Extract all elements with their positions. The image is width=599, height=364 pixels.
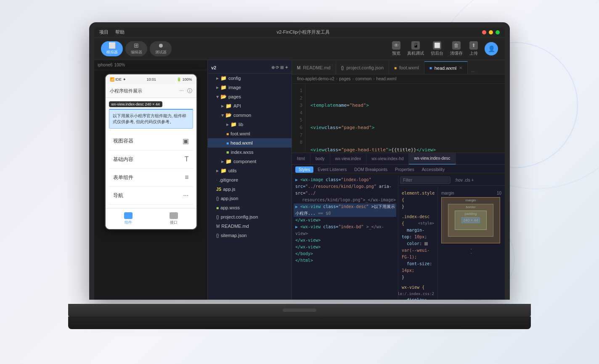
folder-icon-common: 📂 xyxy=(225,112,232,118)
html-attr-class-5: class= xyxy=(323,224,338,229)
file-label-api: API xyxy=(233,103,241,108)
file-item-api[interactable]: ▶ 📁 API xyxy=(208,101,292,111)
elem-tab-wx-view-index-desc[interactable]: wx-view.index-desc xyxy=(409,153,456,165)
file-item-pages[interactable]: ▶ 📂 pages xyxy=(208,92,292,101)
styles-tab-properties[interactable]: Properties xyxy=(392,166,418,173)
tab-project-config[interactable]: {} project.config.json xyxy=(336,61,389,74)
section-label-basic: 基础内容 xyxy=(113,156,133,163)
nav-item-interface[interactable]: 接口 xyxy=(151,212,196,225)
tab-foot-wxml[interactable]: ■ foot.wxml xyxy=(389,61,424,74)
file-item-app-wxss[interactable]: ■ app.wxss xyxy=(208,203,292,212)
elem-tab-wx-view-index-hd[interactable]: wx-view.index-hd xyxy=(366,153,409,165)
breadcrumb-sep-1: › xyxy=(336,76,337,81)
tab-more-button[interactable]: ··· xyxy=(468,69,478,74)
file-item-utils[interactable]: ▶ 📁 utils xyxy=(208,166,292,175)
device-test-button[interactable]: 📱 真机调试 xyxy=(407,41,424,56)
minimize-button[interactable] xyxy=(489,30,493,34)
code-editor[interactable]: 1 2 3 4 5 6 7 8 <templ xyxy=(292,84,505,153)
file-item-lib[interactable]: ▶ 📁 lib xyxy=(208,120,292,129)
html-attr-val-5: "index-bd" xyxy=(338,224,363,229)
file-item-common[interactable]: ▶ 📂 common xyxy=(208,111,292,120)
css-source-wx-view: localfile:/.index.css:2 xyxy=(398,291,434,297)
breadcrumb-root[interactable]: fino-applet-demo-v2 xyxy=(297,76,334,81)
section-nav[interactable]: 导航 ··· xyxy=(109,187,193,205)
section-form[interactable]: 表单组件 ≡ xyxy=(109,169,193,187)
upload-button[interactable]: ⬆ 上传 xyxy=(469,41,478,56)
html-arrow-3[interactable]: ▶ xyxy=(295,204,298,209)
styles-tab-accessibility[interactable]: Accessibility xyxy=(419,166,448,173)
file-item-app-json[interactable]: {} app.json xyxy=(208,194,292,203)
html-line-3[interactable]: ▶ <wx-view class="index-desc" >以下用展示小程序.… xyxy=(294,203,396,217)
cut-backend-button[interactable]: ⬜ 切后台 xyxy=(431,41,443,56)
file-item-foot-wxml[interactable]: ■ foot.wxml xyxy=(208,129,292,138)
html-arrow-1[interactable]: ▶ xyxy=(295,177,298,182)
tab-readme[interactable]: M README.md xyxy=(292,61,336,74)
file-label-utils: utils xyxy=(228,168,237,173)
menu-item-project[interactable]: 项目 xyxy=(99,29,109,35)
simulator-button[interactable]: ⬜ 模拟器 xyxy=(101,41,123,56)
breadcrumb-pages[interactable]: pages xyxy=(339,76,350,81)
styles-tab-dom-breakpoints[interactable]: DOM Breakpoints xyxy=(351,166,391,173)
tab-head-wxml[interactable]: ■ head.wxml ✕ xyxy=(424,61,468,74)
chevron-lib: ▶ xyxy=(226,123,229,127)
elem-tab-html[interactable]: html xyxy=(292,153,310,165)
maximize-button[interactable] xyxy=(496,30,500,34)
folder-icon-image: 📁 xyxy=(220,84,227,90)
tab-label-project-config: project.config.json xyxy=(346,65,384,70)
tab-close-head-wxml[interactable]: ✕ xyxy=(459,66,462,70)
phone-device: 📶 IDE ✦ 10:01 🔋 100% 小程序组件展示 ··· ⓘ xyxy=(105,74,197,230)
breadcrumb-sep-3: › xyxy=(373,76,374,81)
section-label-form: 表单组件 xyxy=(113,174,133,181)
editor-button[interactable]: ⊞ 编辑器 xyxy=(125,41,147,56)
file-tree-actions[interactable]: ⊕ ⟳ ⊞ ✦ xyxy=(271,65,288,70)
html-attr-val-src-1: "../resources/kind/logo.png" xyxy=(305,184,376,189)
elem-tab-wx-view-index-hd-label: wx-view.index-hd xyxy=(371,156,403,161)
phone-status-bar: 📶 IDE ✦ 10:01 🔋 100% xyxy=(106,74,196,84)
file-icon-foot-wxml: ■ xyxy=(226,132,229,136)
file-item-image[interactable]: ▶ 📁 image xyxy=(208,83,292,92)
html-arrow-5[interactable]: ▶ xyxy=(295,224,298,229)
code-content[interactable]: <template name="head"> <view class="page… xyxy=(305,84,505,153)
file-label-gitignore: .gitignore xyxy=(219,177,238,182)
html-line-6: </wx-view> xyxy=(294,237,396,244)
styles-tab-styles[interactable]: Styles xyxy=(295,166,313,173)
test-button[interactable]: ⏺ 测试器 xyxy=(150,41,172,56)
nav-item-component[interactable]: 组件 xyxy=(106,212,151,225)
interface-nav-label: 接口 xyxy=(170,220,178,225)
file-item-readme[interactable]: M README.md xyxy=(208,222,292,231)
elem-tab-wx-view-index[interactable]: wx-view.index xyxy=(330,153,367,165)
breadcrumb-common[interactable]: common xyxy=(355,76,371,81)
file-item-component[interactable]: ▶ 📁 component xyxy=(208,157,292,166)
file-item-sitemap[interactable]: {} sitemap.json xyxy=(208,231,292,240)
more-icon[interactable]: ··· xyxy=(179,87,183,95)
tab-icon-foot-wxml: ■ xyxy=(394,66,397,70)
preview-panel: iphone6 100% 📶 IDE ✦ 10:01 🔋 100% xyxy=(94,60,208,300)
phone-frame: 📶 IDE ✦ 10:01 🔋 100% 小程序组件展示 ··· ⓘ xyxy=(94,70,207,300)
html-tag-wx-image: <wx-image xyxy=(300,177,323,182)
code-line-1: <template name="head"> xyxy=(310,102,500,109)
styles-filter-input[interactable] xyxy=(400,177,451,184)
section-label-nav: 导航 xyxy=(113,192,123,199)
user-avatar[interactable]: 👤 xyxy=(485,42,498,55)
file-item-gitignore[interactable]: · .gitignore xyxy=(208,175,292,185)
clear-cache-button[interactable]: 🗑 清缓存 xyxy=(450,41,463,56)
breadcrumb-file[interactable]: head.wxml xyxy=(376,76,397,81)
menu-item-help[interactable]: 帮助 xyxy=(115,29,125,35)
file-item-head-wxml[interactable]: ■ head.wxml xyxy=(208,138,292,148)
bm-bottom-labels: - - xyxy=(441,247,501,255)
info-icon[interactable]: ⓘ xyxy=(187,87,192,95)
file-item-index-wxss[interactable]: ■ index.wxss xyxy=(208,148,292,157)
file-item-app-js[interactable]: JS app.js xyxy=(208,185,292,194)
styles-tab-event-listeners[interactable]: Event Listeners xyxy=(314,166,350,173)
section-icon-view: ▣ xyxy=(183,137,189,145)
preview-button[interactable]: 👁 预览 xyxy=(392,41,400,56)
elem-tab-body[interactable]: body xyxy=(310,153,330,165)
section-view-container[interactable]: 视图容器 ▣ xyxy=(109,132,193,150)
tab-bar: M README.md {} project.config.json ■ foo… xyxy=(292,60,505,74)
file-item-config[interactable]: ▶ 📁 config xyxy=(208,74,292,83)
folder-icon-component: 📁 xyxy=(225,158,232,164)
file-item-project-config[interactable]: {} project.config.json xyxy=(208,212,292,222)
bottom-panel: html body wx-view.index wx xyxy=(292,153,505,300)
close-button[interactable] xyxy=(482,30,486,34)
section-basic-content[interactable]: 基础内容 T xyxy=(109,150,193,169)
